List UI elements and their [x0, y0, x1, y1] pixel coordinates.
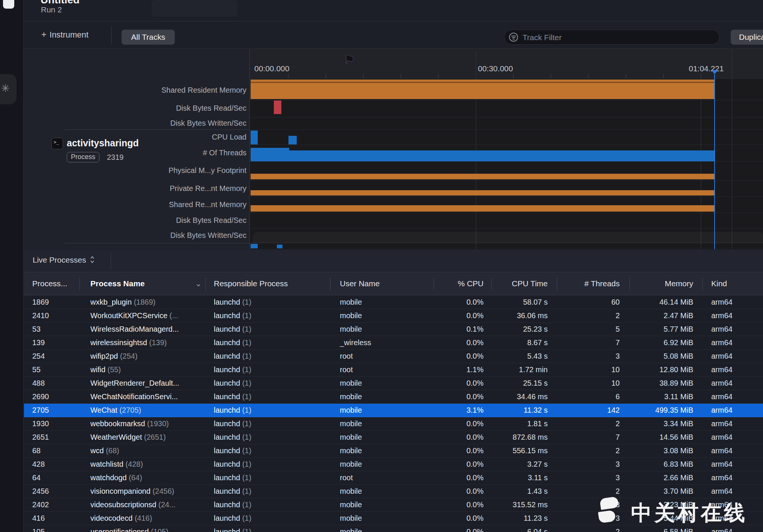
table-header: Process...Process NameResponsible Proces…	[24, 273, 763, 295]
process-badge: Process	[67, 152, 99, 162]
live-processes-dropdown[interactable]: Live Processes	[33, 255, 95, 264]
track-label-8[interactable]: Disk Bytes Read/Sec	[176, 216, 246, 225]
process-card-name: activitysharingd	[67, 138, 139, 149]
column-header-kind[interactable]: Kind	[711, 279, 727, 288]
row-line	[250, 129, 763, 130]
filter-icon	[509, 33, 518, 42]
add-instrument-label: Instrument	[50, 30, 89, 39]
column-header-process-[interactable]: Process...	[32, 279, 67, 288]
row-line	[250, 197, 763, 197]
header-divider[interactable]	[80, 278, 80, 290]
row-line	[250, 213, 763, 213]
header-divider[interactable]	[629, 278, 630, 290]
time-ruler[interactable]: 00:00.000 00:30.000 01:04.221 ⚑	[250, 49, 763, 78]
table-row-68[interactable]: 68wcd (68)launchd (1)mobile0.0%556.15 ms…	[24, 444, 763, 458]
flag-marker[interactable]: ⚑	[344, 52, 355, 67]
ruler-tick	[513, 74, 514, 78]
track-label-0[interactable]: Shared Resident Memory	[161, 86, 246, 95]
table-row-254[interactable]: 254wifip2pd (254)launchd (1)root0.0%5.43…	[24, 350, 763, 363]
ruler-tick	[701, 74, 701, 78]
column-header-memory[interactable]: Memory	[665, 279, 693, 288]
row-line	[250, 180, 763, 181]
ruler-tick	[438, 74, 439, 78]
terminal-icon: >_	[51, 138, 63, 149]
column-header-process-name[interactable]: Process Name	[90, 279, 145, 288]
process-card[interactable]: >_ activitysharingd Process 2319	[51, 137, 246, 163]
ruler-tick	[588, 74, 589, 78]
header-divider[interactable]	[206, 278, 206, 290]
table-row-488[interactable]: 488WidgetRenderer_Default...launchd (1)m…	[24, 377, 763, 390]
ruler-label-30s: 00:30.000	[478, 64, 513, 73]
track-label-9[interactable]: Disk Bytes Written/Sec	[170, 231, 246, 240]
table-row-428[interactable]: 428watchlistd (428)launchd (1)mobile0.0%…	[24, 458, 763, 471]
track-label-1[interactable]: Disk Bytes Read/Sec	[176, 104, 246, 113]
row-line	[250, 144, 763, 145]
ruler-tick	[326, 74, 326, 78]
track-filter-input[interactable]: Track Filter	[504, 30, 719, 45]
header-divider[interactable]	[330, 278, 330, 290]
track-label-6[interactable]: Private Re...nt Memory	[170, 184, 246, 193]
table-row-2651[interactable]: 2651WeatherWidget (2651)launchd (1)mobil…	[24, 431, 763, 444]
table-row-2705[interactable]: 2705WeChat (2705)launchd (1)mobile3.1%11…	[24, 404, 763, 417]
table-row-1869[interactable]: 1869wxkb_plugin (1869)launchd (1)mobile0…	[24, 296, 763, 309]
ghost-segmented-control	[152, 0, 238, 17]
ruler-tick	[663, 74, 664, 78]
updown-chevron-icon	[90, 255, 95, 264]
title-bar: Untitled Run 2	[24, 0, 763, 21]
add-instrument-button[interactable]: +Instrument	[41, 29, 89, 40]
floating-palette-button[interactable]: ✳	[0, 74, 17, 104]
gridline	[701, 78, 701, 249]
table-row-53[interactable]: 53WirelessRadioManagerd...launchd (1)mob…	[24, 323, 763, 336]
process-card-pid: 2319	[107, 153, 124, 162]
playhead-line[interactable]	[714, 74, 715, 249]
sort-chevron-icon[interactable]: ⌄	[195, 279, 202, 288]
cpu-load-spike-1	[251, 131, 258, 144]
column-header--threads[interactable]: # Threads	[584, 279, 620, 288]
table-row-1930[interactable]: 1930webbookmarksd (1930)launchd (1)mobil…	[24, 417, 763, 431]
track-label-5[interactable]: Physical M...y Footprint	[168, 166, 246, 175]
all-tracks-button[interactable]: All Tracks	[122, 30, 175, 45]
table-row-2690[interactable]: 2690WeChatNotificationServi...launchd (1…	[24, 390, 763, 404]
column-header-user-name[interactable]: User Name	[340, 279, 380, 288]
tracks-area: Shared Resident MemoryDisk Bytes Read/Se…	[24, 49, 763, 249]
watermark-text: 中关村在线	[631, 499, 747, 527]
header-divider[interactable]	[491, 278, 492, 290]
physical-footprint-bar	[251, 174, 715, 179]
live-processes-label: Live Processes	[33, 255, 86, 264]
window-control[interactable]	[3, 0, 14, 9]
header-divider[interactable]	[702, 278, 703, 290]
disk-read-spike	[274, 101, 281, 114]
next-track-peek-1	[251, 244, 258, 248]
row-line	[250, 228, 763, 228]
instruments-window: ✳ Untitled Run 2 +Instrument All Tracks …	[0, 0, 763, 532]
next-track-peek-2	[277, 245, 282, 248]
detail-toolbar-divider	[111, 252, 111, 269]
duplicate-button[interactable]: Duplicate	[731, 30, 763, 45]
playhead-handle[interactable]	[712, 70, 718, 74]
track-label-7[interactable]: Shared Re...nt Memory	[169, 200, 246, 209]
ruler-tick	[626, 74, 626, 78]
ruler-label-0s: 00:00.000	[254, 64, 289, 73]
header-divider[interactable]	[557, 278, 557, 290]
ruler-label-end: 01:04.221	[689, 64, 724, 73]
spinner-burst-icon: ✳	[1, 83, 10, 94]
track-plot[interactable]: 00:00.000 00:30.000 01:04.221 ⚑	[249, 49, 763, 249]
row-line	[250, 100, 763, 100]
column-header-cpu-time[interactable]: CPU Time	[512, 279, 548, 288]
table-row-139[interactable]: 139wirelessinsightsd (139)launchd (1)_wi…	[24, 336, 763, 350]
column-header-responsible-process[interactable]: Responsible Process	[214, 279, 288, 288]
shared-resident-memory-maxline	[251, 82, 715, 83]
table-row-2410[interactable]: 2410WorkoutKitXPCService (...launchd (1)…	[24, 309, 763, 323]
track-label-2[interactable]: Disk Bytes Written/Sec	[170, 119, 246, 128]
table-row-55[interactable]: 55wifid (55)launchd (1)root1.1%1.72 min1…	[24, 363, 763, 377]
track-group-separator	[65, 243, 249, 243]
toolbar: +Instrument All Tracks Track Filter Dupl…	[24, 22, 763, 49]
threads-bar-left	[251, 148, 289, 161]
table-row-64[interactable]: 64watchdogd (64)launchd (1)root0.0%3.11 …	[24, 471, 763, 485]
run-label: Run 2	[41, 5, 62, 14]
left-edge-strip: ✳	[0, 0, 24, 532]
toolbar-divider	[111, 26, 112, 44]
column-header--cpu[interactable]: % CPU	[458, 279, 484, 288]
header-divider[interactable]	[434, 278, 434, 290]
gridline	[732, 49, 732, 249]
